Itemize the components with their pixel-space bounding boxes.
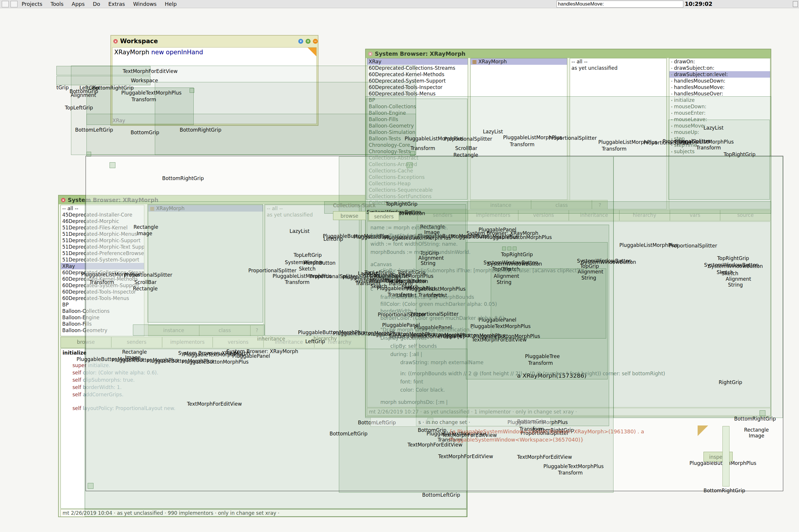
code-line: morphBounds := morph boundsInWorld. (370, 249, 471, 255)
squeak-logo-icon[interactable] (2, 1, 9, 7)
xray-label: String (497, 279, 511, 285)
grip-handle[interactable] (410, 151, 415, 156)
close-icon[interactable]: x (368, 52, 373, 56)
grip-handle[interactable] (407, 162, 413, 168)
xray-label: TopLeftGrip (65, 105, 93, 111)
xray-label: BottomRightGrip (734, 416, 776, 422)
menu-item-windows[interactable]: Windows (129, 0, 161, 7)
menu-item-apps[interactable]: Apps (68, 0, 89, 7)
collapse-icon[interactable]: − (313, 39, 318, 44)
inspect-result-line2: PluggableSystemWindow<Workspace>(3657040… (449, 437, 584, 443)
xray-label: tGrip (56, 84, 69, 91)
grip-handle[interactable] (189, 88, 194, 93)
xray-label: BottomLeftGrip (75, 127, 113, 133)
xray-label: TopRightGrip (501, 251, 533, 258)
xray-label: ProportionalSplitter (662, 138, 711, 144)
code-line: morph submorphsDo: [:m | (380, 399, 448, 405)
xray-label: BottomLeftGrip (329, 431, 367, 437)
menu-item-do[interactable]: Do (89, 0, 104, 7)
xray-label: inheritance (257, 336, 285, 342)
xray-label: PluggableTree (525, 354, 560, 359)
xray-label: Transform (131, 97, 156, 102)
hidden-status-text: s · in no change set · (418, 419, 470, 425)
xray-label: Transform (602, 146, 627, 152)
close-icon[interactable]: x (61, 198, 66, 202)
xray-label: Rectangle (133, 224, 158, 230)
workspace-title: Workspace (120, 38, 158, 45)
list-item[interactable]: XRay (367, 58, 468, 65)
list-item[interactable]: •handlesMouseMove: (669, 84, 770, 91)
xray-label: Rectangle (453, 152, 478, 158)
grip-handle[interactable] (87, 152, 91, 156)
hidden-browse-button[interactable]: browse (333, 211, 366, 220)
xray-label: ProportionalSplitter (124, 272, 172, 278)
xray-label: Transform (285, 279, 310, 285)
list-item[interactable]: as yet unclassified (570, 65, 666, 71)
xray-label: SystemWindowButton (708, 263, 763, 269)
menu-item-tools[interactable]: Tools (47, 0, 68, 7)
xray-label: PluggableTextMorphPlus (543, 463, 603, 469)
xray-label: String (421, 260, 436, 266)
xray-label: Alignment (578, 269, 603, 274)
list-item[interactable]: •handlesMouseDown: (669, 78, 770, 84)
corner-fold-icon (697, 425, 708, 436)
scrollbar[interactable] (723, 426, 729, 487)
xray-box (614, 156, 783, 418)
xray-label: TopRightGrip (724, 151, 756, 157)
grip-handle[interactable] (502, 247, 506, 250)
grip-handle[interactable] (513, 247, 516, 250)
menu-item-help[interactable]: Help (161, 0, 181, 7)
list-item[interactable]: •drawOn: (669, 58, 770, 65)
calendar-icon[interactable] (793, 1, 798, 7)
grip-handle[interactable] (760, 410, 765, 416)
menu-icon[interactable]: ▾ (298, 39, 303, 44)
clock: 10:29:02 (685, 1, 712, 7)
code-line: clipBy: self bounds (390, 343, 437, 349)
menu-item-extras[interactable]: Extras (104, 0, 129, 7)
unsaved-corner-flag (308, 48, 316, 56)
xray-label: XRay (112, 118, 125, 124)
xray-label: BottomLeftGrip (422, 492, 460, 498)
xray-label: BottomRightGrip (162, 175, 204, 181)
code-line: "Draw morph label for identification." (380, 327, 473, 333)
workspace-titlebar[interactable]: x Workspace ▾ + − (111, 36, 318, 47)
hidden-senders-button[interactable]: senders (369, 212, 399, 221)
xray-label: TextMorphForEditView (407, 442, 462, 448)
xray-label: String (728, 282, 743, 288)
xray-label: Transform (558, 470, 583, 476)
xray-label: TextMorphForEditView (187, 401, 242, 407)
stray-item: Collections-Stack (333, 203, 376, 208)
xray-label: ProportionalSplitter (669, 243, 717, 249)
xray-label: ProportionalSplitter (248, 268, 296, 273)
list-item[interactable]: •drawSubject:on:level: (669, 71, 770, 78)
workspace-code-selector: new openInHand (151, 49, 203, 56)
xray-label: BottomRightGrip (180, 127, 221, 133)
menu-search-input[interactable] (557, 1, 683, 7)
code-line: drawString: morph externalName (400, 360, 484, 365)
grip-handle[interactable] (88, 483, 93, 489)
mouse-icon[interactable] (11, 1, 18, 7)
grip-handle[interactable] (507, 247, 511, 250)
grip-handle[interactable] (110, 162, 115, 168)
menu-item-projects[interactable]: Projects (18, 0, 47, 7)
expand-icon[interactable]: + (306, 39, 311, 44)
xray-label: Sketch (722, 270, 738, 277)
list-item[interactable]: •handlesMouseOver: (669, 91, 770, 97)
xray-label: SystemWindowButton (487, 261, 542, 267)
close-icon[interactable]: x (113, 39, 118, 43)
xray-label: String (581, 275, 596, 281)
list-item[interactable]: -- all -- (570, 58, 666, 65)
code-line: during: [:c | (380, 274, 409, 280)
code-line: frameAndFillRectangle: morphBounds (380, 294, 474, 300)
xray-label: PluggablePanel (232, 353, 270, 359)
xray-label: ProportionalSplitter (444, 136, 492, 142)
list-item[interactable]: ▦ XRayMorph (471, 58, 567, 65)
xray-label: TextMorphForEditView (438, 454, 493, 459)
xray-label: Rectangle (744, 427, 769, 433)
list-item[interactable]: •drawSubject:on: (669, 65, 770, 71)
xray-label: Alignment (418, 255, 444, 261)
xray-label: Rectangle (133, 286, 158, 291)
xray-label: Image (137, 230, 152, 236)
browser-top-titlebar[interactable]: x System Browser: XRayMorph (366, 49, 771, 58)
xray-label: Alignment (726, 276, 751, 282)
